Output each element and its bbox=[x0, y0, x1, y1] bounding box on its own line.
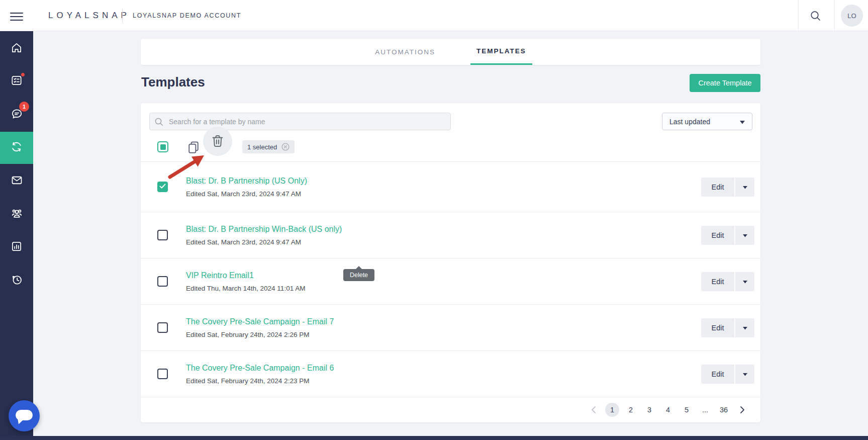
clear-selection-icon[interactable] bbox=[281, 143, 290, 151]
mail-icon bbox=[10, 173, 24, 189]
template-edited-date: Edited Sat, March 23rd, 2024 9:47 AM bbox=[186, 190, 307, 198]
row-text: Blast: Dr. B Partnership (US Only) Edite… bbox=[186, 177, 307, 198]
sidebar-item-home[interactable] bbox=[0, 33, 33, 65]
brand-logo: LOYALSNAP bbox=[48, 11, 130, 21]
sort-dropdown[interactable]: Last updated bbox=[662, 113, 752, 130]
caret-down-icon bbox=[743, 324, 747, 331]
create-template-button[interactable]: Create Template bbox=[690, 74, 760, 92]
edit-button[interactable]: Edit bbox=[701, 226, 734, 245]
template-title-link[interactable]: The Covery Pre-Sale Campaign - Email 6 bbox=[186, 364, 334, 373]
bottom-edge-strip bbox=[0, 436, 868, 440]
row-actions: Edit bbox=[701, 272, 754, 291]
row-text: The Covery Pre-Sale Campaign - Email 6 E… bbox=[186, 364, 334, 385]
sidebar-item-history[interactable] bbox=[0, 265, 33, 297]
row-checkbox[interactable] bbox=[157, 182, 168, 192]
hamburger-menu-icon[interactable] bbox=[10, 10, 23, 21]
template-list: Blast: Dr. B Partnership (US Only) Edite… bbox=[141, 162, 760, 397]
page-ellipsis: ... bbox=[698, 403, 712, 417]
home-icon bbox=[10, 41, 23, 56]
user-avatar[interactable]: LO bbox=[841, 5, 863, 27]
page-number[interactable]: 2 bbox=[624, 403, 638, 417]
tab-automations[interactable]: AUTOMATIONS bbox=[369, 39, 441, 65]
sidebar-item-contacts[interactable] bbox=[0, 198, 33, 230]
edit-button[interactable]: Edit bbox=[701, 365, 734, 384]
template-title-link[interactable]: The Covery Pre-Sale Campaign - Email 7 bbox=[186, 317, 334, 326]
delete-button[interactable] bbox=[203, 127, 232, 156]
templates-card: Last updated 1 selected bbox=[141, 103, 760, 422]
caret-down-icon bbox=[743, 370, 747, 378]
page-number[interactable]: 5 bbox=[680, 403, 694, 417]
topbar-divider bbox=[834, 0, 835, 31]
edit-dropdown-button[interactable] bbox=[735, 178, 754, 197]
template-edited-date: Edited Thu, March 14th, 2024 11:01 AM bbox=[186, 285, 305, 292]
template-edited-date: Edited Sat, February 24th, 2024 2:26 PM bbox=[186, 331, 334, 338]
row-actions: Edit bbox=[701, 365, 754, 384]
page-number[interactable]: 3 bbox=[642, 403, 656, 417]
row-checkbox[interactable] bbox=[157, 369, 168, 379]
chevron-left-icon[interactable] bbox=[587, 403, 601, 417]
edit-dropdown-button[interactable] bbox=[735, 365, 754, 384]
template-title-link[interactable]: Blast: Dr. B Partnership Win-Back (US on… bbox=[186, 225, 342, 234]
people-icon bbox=[10, 207, 24, 222]
edit-dropdown-button[interactable] bbox=[735, 318, 754, 337]
sidebar-item-reports[interactable] bbox=[0, 231, 33, 263]
template-row: The Covery Pre-Sale Campaign - Email 7 E… bbox=[141, 305, 760, 351]
row-actions: Edit bbox=[701, 226, 754, 245]
app-root: LOYALSNAP LOYALSNAP DEMO ACCOUNT LO 1 bbox=[0, 0, 868, 440]
template-edited-date: Edited Sat, February 24th, 2024 2:23 PM bbox=[186, 377, 334, 385]
template-search-input[interactable] bbox=[149, 113, 451, 130]
duplicate-button[interactable] bbox=[185, 139, 202, 156]
page-number[interactable]: 1 bbox=[605, 403, 619, 417]
caret-down-icon bbox=[743, 183, 747, 191]
sidebar-item-messages[interactable]: 1 bbox=[0, 99, 33, 131]
page-number[interactable]: 36 bbox=[717, 403, 731, 417]
edit-dropdown-button[interactable] bbox=[735, 226, 754, 245]
copy-icon bbox=[186, 149, 201, 156]
pagination: 1 2 3 4 5 ... 36 bbox=[141, 397, 760, 422]
history-icon bbox=[10, 273, 24, 289]
row-text: VIP Reintro Email1 Edited Thu, March 14t… bbox=[186, 271, 305, 292]
top-bar: LOYALSNAP LOYALSNAP DEMO ACCOUNT LO bbox=[0, 0, 868, 31]
page-title: Templates bbox=[141, 74, 205, 90]
template-title-link[interactable]: VIP Reintro Email1 bbox=[186, 271, 254, 280]
tabs-bar: AUTOMATIONS TEMPLATES bbox=[141, 39, 760, 65]
search-icon[interactable] bbox=[809, 10, 822, 23]
edit-button[interactable]: Edit bbox=[701, 272, 734, 291]
page-number[interactable]: 4 bbox=[661, 403, 675, 417]
chevron-right-icon[interactable] bbox=[735, 403, 749, 417]
template-edited-date: Edited Sat, March 23rd, 2024 9:47 AM bbox=[186, 238, 342, 246]
template-row: The Covery Pre-Sale Campaign - Email 6 E… bbox=[141, 351, 760, 397]
sidebar-item-tasks[interactable] bbox=[0, 65, 33, 98]
check-icon bbox=[159, 182, 166, 191]
row-checkbox[interactable] bbox=[157, 276, 168, 287]
tab-templates[interactable]: TEMPLATES bbox=[470, 39, 532, 65]
account-name: LOYALSNAP DEMO ACCOUNT bbox=[133, 12, 241, 19]
brand-divider bbox=[122, 9, 123, 23]
bulk-actions-toolbar: 1 selected bbox=[141, 136, 760, 162]
delete-tooltip: Delete bbox=[343, 269, 374, 281]
sidebar-item-automations[interactable] bbox=[0, 132, 33, 164]
sidebar-nav: 1 bbox=[0, 31, 33, 440]
edit-button[interactable]: Edit bbox=[701, 178, 734, 197]
row-checkbox[interactable] bbox=[157, 322, 168, 333]
chat-launcher-button[interactable] bbox=[9, 400, 40, 431]
template-row: VIP Reintro Email1 Edited Thu, March 14t… bbox=[141, 258, 760, 305]
topbar-divider bbox=[798, 0, 799, 31]
selection-chip-label: 1 selected bbox=[247, 143, 277, 151]
row-checkbox[interactable] bbox=[157, 230, 168, 240]
sidebar-item-email[interactable] bbox=[0, 165, 33, 197]
row-actions: Edit bbox=[701, 318, 754, 337]
row-text: Blast: Dr. B Partnership Win-Back (US on… bbox=[186, 225, 342, 246]
chevron-down-icon bbox=[740, 118, 745, 126]
template-title-link[interactable]: Blast: Dr. B Partnership (US Only) bbox=[186, 177, 307, 186]
caret-down-icon bbox=[743, 278, 747, 285]
checkbox-indeterminate-mark bbox=[160, 144, 166, 150]
caret-down-icon bbox=[743, 231, 747, 239]
notification-dot-badge bbox=[21, 72, 25, 77]
sort-dropdown-value: Last updated bbox=[669, 118, 710, 126]
edit-button[interactable]: Edit bbox=[701, 318, 734, 337]
select-all-checkbox[interactable] bbox=[157, 141, 168, 152]
row-text: The Covery Pre-Sale Campaign - Email 7 E… bbox=[186, 317, 334, 338]
edit-dropdown-button[interactable] bbox=[735, 272, 754, 291]
bar-chart-icon bbox=[10, 240, 23, 255]
